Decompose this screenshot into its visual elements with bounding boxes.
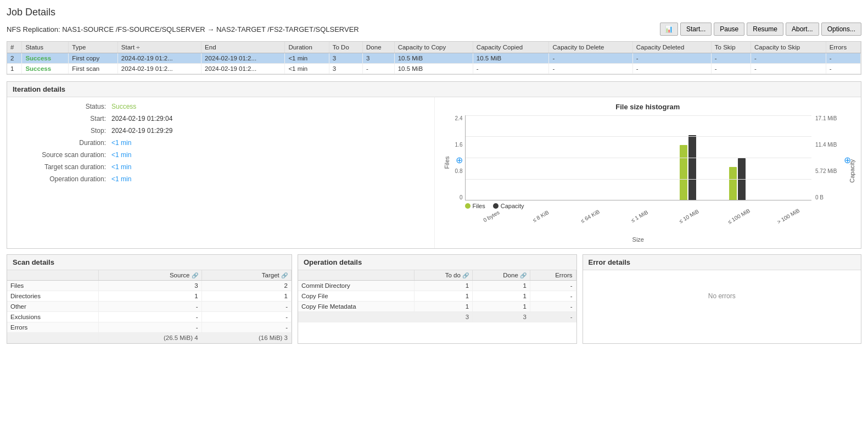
cell-end: 2024-02-19 01:2... — [201, 53, 285, 64]
op-header-row: To do 🔗 Done 🔗 Errors — [298, 270, 576, 281]
no-errors-message: No errors — [583, 270, 861, 322]
cell-cap-skip: - — [751, 53, 826, 64]
duration-label: Duration: — [18, 139, 111, 147]
y-right-ticks: 17.1 MiB 11.4 MiB 5.72 MiB 0 B — [813, 115, 854, 200]
col-end: End — [201, 42, 285, 53]
scan-row: Directories 1 1 — [7, 291, 292, 302]
op-cell-todo: 1 — [414, 281, 472, 291]
op-cell-errors: - — [530, 302, 576, 312]
bar-files-5 — [729, 167, 737, 200]
cell-status: Success — [22, 64, 69, 74]
operation-value[interactable]: <1 min — [111, 175, 131, 183]
scan-table: Source 🔗 Target 🔗 Files 3 2 Di — [7, 270, 292, 343]
cell-cap-deleted: - — [632, 64, 711, 74]
x-axis-title: Size — [465, 236, 812, 243]
legend-files-label: Files — [473, 203, 485, 209]
col-status[interactable]: Status — [22, 42, 69, 53]
table-row[interactable]: 2 Success First copy 2024-02-19 01:2... … — [7, 53, 861, 64]
scan-cell-source: 3 — [99, 281, 201, 291]
target-scan-value[interactable]: <1 min — [111, 163, 131, 171]
table-header-row: # Status Type Start ÷ End Duration To Do… — [7, 42, 861, 53]
resume-button[interactable]: Resume — [747, 23, 783, 36]
cell-num: 1 — [7, 64, 22, 74]
stop-row: Stop: 2024-02-19 01:29:29 — [18, 127, 423, 135]
abort-button[interactable]: Abort... — [786, 23, 819, 36]
stop-label: Stop: — [18, 127, 111, 135]
scan-col-source[interactable]: Source 🔗 — [99, 270, 201, 281]
scan-cell-source: 1 — [99, 291, 201, 302]
col-cap-skip: Capacity to Skip — [751, 42, 826, 53]
scan-footer-target: (16 MiB) 3 — [201, 333, 291, 343]
op-cell-label: Copy File — [298, 291, 414, 302]
operation-details-body: To do 🔗 Done 🔗 Errors Commit Directory — [298, 270, 576, 322]
col-to-skip: To Skip — [711, 42, 751, 53]
scan-details-body: Source 🔗 Target 🔗 Files 3 2 Di — [7, 270, 292, 343]
scan-cell-label: Errors — [7, 322, 99, 333]
table-row[interactable]: 1 Success First scan 2024-02-19 01:2... … — [7, 64, 861, 74]
scan-details-section: Scan details Source 🔗 Target 🔗 — [7, 254, 292, 344]
cell-to-skip: - — [711, 64, 751, 74]
cell-cap-delete: - — [549, 53, 632, 64]
iteration-left-panel: Status: Success Start: 2024-02-19 01:29:… — [7, 97, 434, 248]
duration-value[interactable]: <1 min — [111, 139, 131, 147]
scan-col-target[interactable]: Target 🔗 — [201, 270, 291, 281]
histogram-title: File size histogram — [440, 103, 856, 111]
legend-capacity-dot — [493, 203, 499, 209]
cell-start: 2024-02-19 01:2... — [117, 53, 201, 64]
cell-cap-skip: - — [751, 64, 826, 74]
op-footer-label — [298, 312, 414, 322]
cell-duration: <1 min — [285, 53, 329, 64]
op-col-label — [298, 270, 414, 281]
status-value: Success — [111, 103, 136, 110]
scan-cell-target: - — [201, 312, 291, 322]
job-table: # Status Type Start ÷ End Duration To Do… — [7, 42, 861, 74]
scan-cell-target: 1 — [201, 291, 291, 302]
cell-cap-copied: 10.5 MiB — [473, 53, 549, 64]
done-link-icon[interactable]: 🔗 — [520, 272, 527, 278]
cell-errors: - — [826, 53, 860, 64]
scan-row: Files 3 2 — [7, 281, 292, 291]
source-link-icon[interactable]: 🔗 — [192, 272, 198, 278]
op-row: Copy File Metadata 1 1 - — [298, 302, 576, 312]
status-label: Status: — [18, 103, 111, 110]
scan-cell-label: Directories — [7, 291, 99, 302]
op-col-done[interactable]: Done 🔗 — [473, 270, 530, 281]
stats-button[interactable]: 📊 — [660, 23, 678, 36]
scan-footer-source: (26.5 MiB) 4 — [99, 333, 201, 343]
bottom-panels: Scan details Source 🔗 Target 🔗 — [7, 254, 861, 349]
operation-details-title: Operation details — [298, 255, 576, 270]
op-cell-errors: - — [530, 281, 576, 291]
col-cap-copy: Capacity to Copy — [394, 42, 473, 53]
cell-to-skip: - — [711, 53, 751, 64]
scan-details-title: Scan details — [7, 255, 292, 270]
source-scan-value[interactable]: <1 min — [111, 151, 131, 159]
scan-cell-source: - — [99, 312, 201, 322]
col-start[interactable]: Start ÷ — [117, 42, 201, 53]
pause-button[interactable]: Pause — [714, 23, 744, 36]
target-link-icon[interactable]: 🔗 — [281, 272, 288, 278]
cell-todo: 3 — [329, 64, 362, 74]
page-title: Job Details — [7, 7, 861, 18]
operation-row: Operation duration: <1 min — [18, 175, 423, 183]
source-scan-label: Source scan duration: — [18, 151, 111, 159]
job-subtitle: NFS Replication: NAS1-SOURCE /FS-SOURCE/… — [7, 25, 359, 34]
scan-col-label — [7, 270, 99, 281]
cell-type: First scan — [69, 64, 117, 74]
start-button[interactable]: Start... — [680, 23, 712, 36]
todo-link-icon[interactable]: 🔗 — [462, 272, 469, 278]
scan-footer-row: (26.5 MiB) 4 (16 MiB) 3 — [7, 333, 292, 343]
col-todo: To Do — [329, 42, 362, 53]
error-details-section: Error details No errors — [583, 254, 862, 344]
cell-cap-copied: - — [473, 64, 549, 74]
col-num: # — [7, 42, 22, 53]
options-button[interactable]: Options... — [821, 23, 861, 36]
cell-todo: 3 — [329, 53, 362, 64]
operation-label: Operation duration: — [18, 175, 111, 183]
target-scan-label: Target scan duration: — [18, 163, 111, 171]
top-bar: NFS Replication: NAS1-SOURCE /FS-SOURCE/… — [7, 23, 861, 36]
scan-row: Errors - - — [7, 322, 292, 333]
cell-start: 2024-02-19 01:2... — [117, 64, 201, 74]
scan-cell-source: - — [99, 322, 201, 333]
op-cell-errors: - — [530, 291, 576, 302]
op-col-todo[interactable]: To do 🔗 — [414, 270, 472, 281]
